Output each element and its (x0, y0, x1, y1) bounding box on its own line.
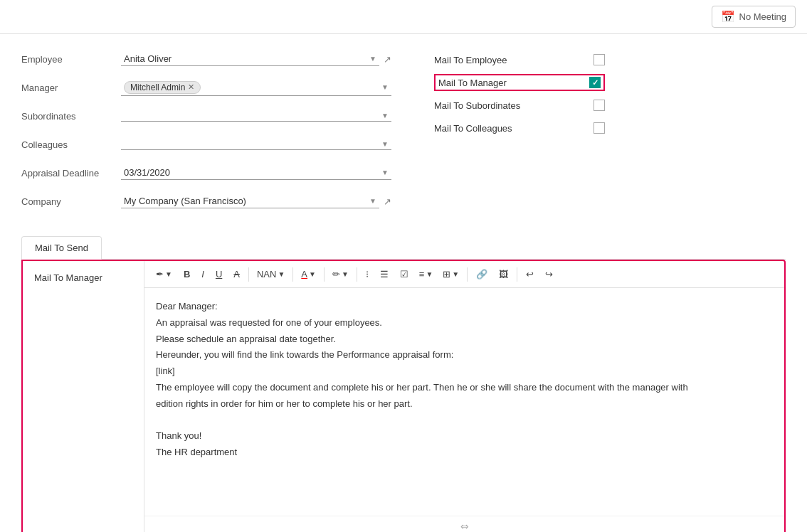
toolbar-sep-3 (324, 267, 325, 282)
company-row: Company My Company (San Francisco) ▼ ↗ (21, 191, 391, 212)
mail-to-colleagues-label: Mail To Colleagues (434, 123, 586, 134)
company-control: My Company (San Francisco) ▼ ↗ (121, 194, 391, 208)
mail-to-employee-row: Mail To Employee (434, 51, 605, 68)
subordinates-label: Subordinates (21, 111, 121, 122)
company-value: My Company (San Francisco) (124, 196, 369, 206)
manager-select[interactable]: Mitchell Admin ✕ ▼ (121, 80, 391, 96)
calendar-icon: 📅 (721, 10, 735, 23)
mail-to-subordinates-row: Mail To Subordinates (434, 97, 605, 114)
employee-value: Anita Oliver (124, 53, 369, 64)
toolbar-align-dropdown[interactable]: ≡ ▼ (416, 267, 437, 282)
mail-to-manager-row: Mail To Manager ✓ (434, 74, 605, 91)
manager-label: Manager (21, 83, 121, 93)
toolbar-color-label: A (301, 269, 307, 280)
editor-line-3: Please schedule an appraisal date togeth… (156, 332, 773, 347)
toolbar-bold-btn[interactable]: B (179, 267, 194, 282)
toolbar-color-dropdown[interactable]: A ▼ (297, 267, 320, 282)
no-meeting-button[interactable]: 📅 No Meeting (712, 6, 796, 28)
editor-toolbar: ✒ ▼ B I U A NAN ▼ A ▼ (144, 261, 784, 288)
mail-to-manager-checkbox[interactable]: ✓ (589, 77, 601, 88)
mail-editor-content: ✒ ▼ B I U A NAN ▼ A ▼ (144, 261, 784, 532)
toolbar-redo-btn[interactable]: ↪ (541, 267, 557, 282)
employee-external-link[interactable]: ↗ (384, 54, 391, 65)
editor-line-10: The HR department (156, 445, 773, 460)
editor-line-1: Dear Manager: (156, 299, 773, 314)
colleagues-row: Colleagues ▼ (21, 134, 391, 155)
appraisal-deadline-select[interactable]: 03/31/2020 ▼ (121, 166, 391, 180)
company-dropdown-arrow[interactable]: ▼ (369, 197, 376, 205)
appraisal-deadline-value: 03/31/2020 (124, 167, 381, 178)
editor-line-4: Hereunder, you will find the link toward… (156, 348, 773, 363)
toolbar-underline-btn[interactable]: U (211, 267, 226, 282)
toolbar-magic-btn[interactable]: ✒ ▼ (152, 267, 176, 282)
editor-line-8 (156, 413, 773, 428)
toolbar-sep-6 (517, 267, 517, 282)
mail-to-subordinates-label: Mail To Subordinates (434, 100, 586, 111)
subordinates-row: Subordinates ▼ (21, 105, 391, 127)
colleagues-dropdown-arrow[interactable]: ▼ (381, 140, 389, 148)
employee-control: Anita Oliver ▼ ↗ (121, 52, 391, 66)
toolbar-sep-1 (248, 267, 249, 282)
mail-editor-section: Mail To Manager ✒ ▼ B I U A NAN ▼ (21, 260, 786, 532)
company-label: Company (21, 196, 121, 207)
manager-tag: Mitchell Admin ✕ (124, 81, 201, 94)
toolbar-font-label: NAN (257, 269, 276, 280)
toolbar-undo-btn[interactable]: ↩ (522, 267, 538, 282)
resize-handle-icon[interactable]: ⇔ (460, 521, 469, 532)
manager-control: Mitchell Admin ✕ ▼ (121, 80, 391, 96)
checkmark-icon: ✓ (592, 78, 598, 87)
subordinates-dropdown-arrow[interactable]: ▼ (381, 112, 389, 119)
toolbar-checklist-btn[interactable]: ☑ (396, 267, 413, 282)
manager-tag-label: Mitchell Admin (130, 83, 185, 92)
toolbar-ol-btn[interactable]: ☰ (376, 267, 393, 282)
editor-footer: ⇔ (144, 516, 784, 532)
toolbar-sep-4 (357, 267, 357, 282)
mail-to-manager-label: Mail To Manager (438, 78, 582, 88)
appraisal-deadline-dropdown-arrow[interactable]: ▼ (381, 169, 389, 176)
tab-mail-to-send-label: Mail To Send (35, 243, 88, 253)
mail-to-colleagues-checkbox[interactable] (594, 122, 605, 134)
company-external-link[interactable]: ↗ (384, 196, 391, 207)
editor-body[interactable]: Dear Manager: An appraisal was requested… (144, 288, 784, 516)
mail-to-employee-checkbox[interactable] (594, 54, 605, 65)
toolbar-brush-dropdown[interactable]: ✏ ▼ (329, 267, 352, 282)
tab-bar: Mail To Send (21, 236, 786, 260)
appraisal-deadline-control: 03/31/2020 ▼ (121, 166, 391, 180)
employee-dropdown-arrow[interactable]: ▼ (369, 55, 376, 63)
editor-line-7: edition rights in order for him or her t… (156, 397, 773, 412)
toolbar-ul-btn[interactable]: ⁝ (362, 267, 373, 282)
toolbar-image-btn[interactable]: 🖼 (495, 267, 512, 282)
left-form: Employee Anita Oliver ▼ ↗ Manager Mitche… (21, 48, 391, 219)
company-select[interactable]: My Company (San Francisco) ▼ (121, 194, 379, 208)
mail-options: Mail To Employee Mail To Manager ✓ Mail … (434, 51, 605, 137)
mail-to-colleagues-row: Mail To Colleagues (434, 119, 605, 137)
manager-dropdown-arrow[interactable]: ▼ (381, 83, 389, 91)
toolbar-table-dropdown[interactable]: ⊞ ▼ (439, 267, 463, 282)
toolbar-strikethrough-btn[interactable]: A (229, 267, 244, 282)
appraisal-deadline-label: Appraisal Deadline (21, 168, 121, 179)
mail-editor-label: Mail To Manager (23, 261, 144, 532)
subordinates-control: ▼ (121, 110, 391, 122)
toolbar-brush-icon: ✏ (332, 269, 340, 280)
colleagues-select[interactable]: ▼ (121, 139, 391, 150)
mail-to-subordinates-checkbox[interactable] (594, 100, 605, 111)
no-meeting-label: No Meeting (739, 11, 786, 22)
top-bar: 📅 No Meeting (0, 0, 807, 34)
toolbar-italic-btn[interactable]: I (197, 267, 209, 282)
tab-mail-to-send[interactable]: Mail To Send (21, 236, 102, 260)
toolbar-table-icon: ⊞ (443, 269, 450, 280)
editor-line-6: The employee will copy the document and … (156, 381, 773, 395)
editor-line-9: Thank you! (156, 429, 773, 444)
editor-line-5: [link] (156, 364, 773, 379)
manager-row: Manager Mitchell Admin ✕ ▼ (21, 77, 391, 98)
subordinates-select[interactable]: ▼ (121, 110, 391, 122)
toolbar-link-btn[interactable]: 🔗 (472, 267, 492, 282)
employee-select[interactable]: Anita Oliver ▼ (121, 52, 379, 66)
toolbar-font-dropdown[interactable]: NAN ▼ (253, 267, 288, 282)
manager-tag-remove[interactable]: ✕ (188, 83, 194, 92)
tabs-section: Mail To Send Mail To Manager ✒ ▼ B I U A… (21, 236, 786, 532)
main-content: Employee Anita Oliver ▼ ↗ Manager Mitche… (0, 34, 807, 532)
toolbar-sep-5 (467, 267, 468, 282)
colleagues-control: ▼ (121, 139, 391, 150)
mail-to-employee-label: Mail To Employee (434, 55, 586, 65)
